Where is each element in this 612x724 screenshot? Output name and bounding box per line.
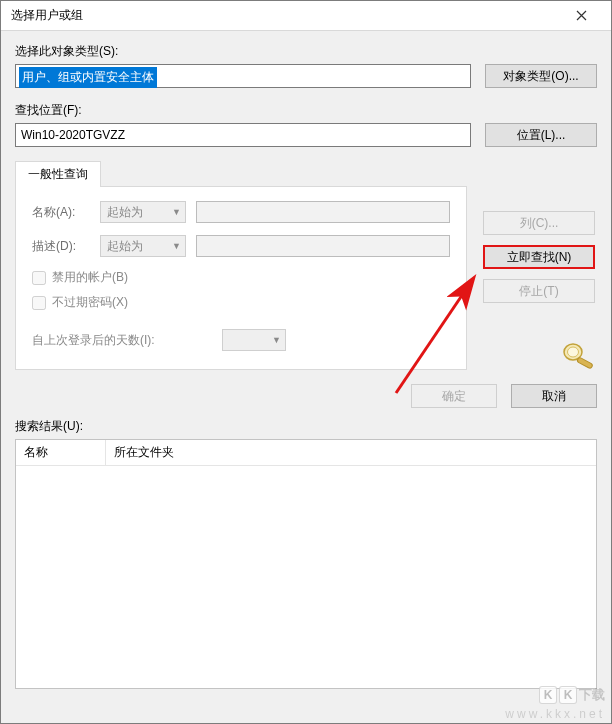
k-icon: K [559, 686, 577, 704]
name-label: 名称(A): [32, 204, 100, 221]
search-icon [555, 340, 595, 370]
desc-combo: 起始为 ▼ [100, 235, 186, 257]
side-button-stack: 列(C)... 立即查找(N) 停止(T) [483, 187, 595, 370]
object-type-label: 选择此对象类型(S): [15, 43, 597, 60]
chevron-down-icon: ▼ [272, 335, 281, 345]
name-row: 名称(A): 起始为 ▼ [32, 201, 450, 223]
results-col-folder[interactable]: 所在文件夹 [106, 440, 596, 465]
watermark-logo: K K 下载 [539, 684, 605, 706]
desc-row: 描述(D): 起始为 ▼ [32, 235, 450, 257]
object-type-row: 用户、组或内置安全主体 对象类型(O)... [15, 64, 597, 88]
chevron-down-icon: ▼ [172, 241, 181, 251]
location-row: Win10-2020TGVZZ 位置(L)... [15, 123, 597, 147]
days-label: 自上次登录后的天数(I): [32, 332, 222, 349]
name-text-input [196, 201, 450, 223]
desc-combo-value: 起始为 [107, 238, 143, 255]
content-area: 选择此对象类型(S): 用户、组或内置安全主体 对象类型(O)... 查找位置(… [1, 31, 611, 689]
results-header: 名称 所在文件夹 [16, 440, 596, 466]
watermark: K K 下载 www.kkx.net [505, 684, 605, 721]
results-body[interactable] [16, 466, 596, 688]
disabled-accounts-checkbox [32, 271, 46, 285]
desc-text-input [196, 235, 450, 257]
desc-label: 描述(D): [32, 238, 100, 255]
tabset: 一般性查询 [15, 161, 597, 187]
no-expire-checkbox [32, 296, 46, 310]
days-row: 自上次登录后的天数(I): ▼ [32, 329, 450, 351]
svg-point-1 [568, 347, 579, 357]
cancel-button[interactable]: 取消 [511, 384, 597, 408]
location-input[interactable]: Win10-2020TGVZZ [15, 123, 471, 147]
stop-button: 停止(T) [483, 279, 595, 303]
panel-and-buttons: 名称(A): 起始为 ▼ 描述(D): 起始为 ▼ [15, 187, 597, 370]
close-icon [576, 8, 587, 24]
name-combo: 起始为 ▼ [100, 201, 186, 223]
no-expire-label: 不过期密码(X) [52, 294, 128, 311]
bottom-actions: 确定 取消 [15, 384, 597, 408]
chevron-down-icon: ▼ [172, 207, 181, 217]
watermark-url: www.kkx.net [505, 707, 605, 721]
dialog-title: 选择用户或组 [11, 7, 559, 24]
k-icon: K [539, 686, 557, 704]
ok-button: 确定 [411, 384, 497, 408]
days-combo: ▼ [222, 329, 286, 351]
name-combo-value: 起始为 [107, 204, 143, 221]
close-button[interactable] [559, 2, 603, 30]
no-expire-row: 不过期密码(X) [32, 294, 450, 311]
object-type-input[interactable]: 用户、组或内置安全主体 [15, 64, 471, 88]
locations-button[interactable]: 位置(L)... [485, 123, 597, 147]
location-label: 查找位置(F): [15, 102, 597, 119]
titlebar: 选择用户或组 [1, 1, 611, 31]
svg-rect-2 [577, 357, 593, 369]
disabled-accounts-row: 禁用的帐户(B) [32, 269, 450, 286]
watermark-brand-text: 下载 [579, 686, 605, 704]
find-now-button[interactable]: 立即查找(N) [483, 245, 595, 269]
tab-general-query[interactable]: 一般性查询 [15, 161, 101, 187]
results-label: 搜索结果(U): [15, 418, 597, 435]
results-grid: 名称 所在文件夹 [15, 439, 597, 689]
disabled-accounts-label: 禁用的帐户(B) [52, 269, 128, 286]
object-types-button[interactable]: 对象类型(O)... [485, 64, 597, 88]
location-value: Win10-2020TGVZZ [21, 128, 125, 142]
dialog-window: 选择用户或组 选择此对象类型(S): 用户、组或内置安全主体 对象类型(O)..… [0, 0, 612, 724]
object-type-value: 用户、组或内置安全主体 [19, 67, 157, 88]
results-col-name[interactable]: 名称 [16, 440, 106, 465]
general-query-panel: 名称(A): 起始为 ▼ 描述(D): 起始为 ▼ [15, 186, 467, 370]
columns-button: 列(C)... [483, 211, 595, 235]
